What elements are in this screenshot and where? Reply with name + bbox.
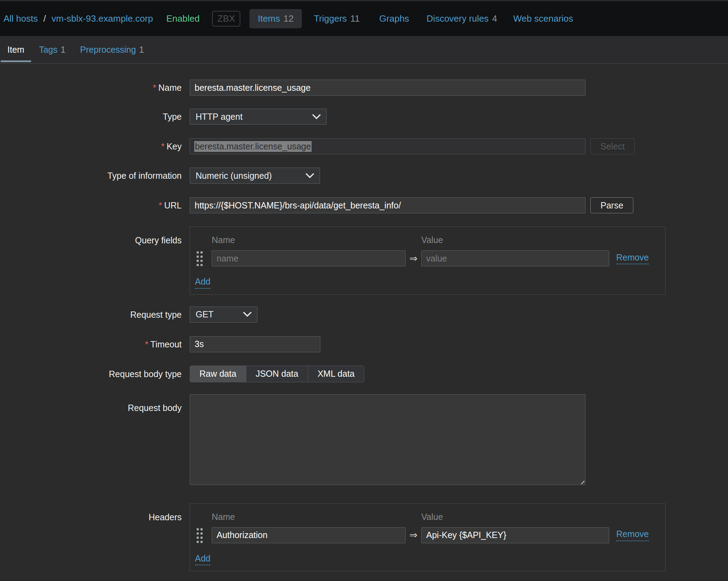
nav-item-discovery-count: 4 — [492, 13, 497, 24]
query-fields-label: Query fields — [0, 227, 182, 248]
header-remove-link[interactable]: Remove — [616, 529, 649, 541]
tab-tags-label: Tags — [39, 45, 58, 55]
chevron-down-icon — [243, 312, 252, 317]
request-body-textarea[interactable] — [190, 394, 585, 485]
nav-item-discovery-rules[interactable]: Discovery rules4 — [427, 13, 497, 24]
request-body-row: Request body — [0, 394, 728, 487]
timeout-label: *Timeout — [0, 336, 182, 352]
type-of-information-row: Type of information Numeric (unsigned) — [0, 168, 728, 184]
request-type-select[interactable]: GET — [190, 307, 257, 323]
tab-preprocessing-label: Preprocessing — [80, 45, 136, 55]
item-edit-form: *Name Type HTTP agent *Key beresta.maste… — [0, 64, 728, 571]
type-of-information-value: Numeric (unsigned) — [196, 171, 272, 181]
tab-preprocessing[interactable]: Preprocessing1 — [73, 36, 151, 63]
nav-item-triggers[interactable]: Triggers11 — [314, 13, 359, 24]
segment-xml-data[interactable]: XML data — [308, 366, 364, 382]
key-row: *Key beresta.master.license_usage Select — [0, 138, 728, 154]
query-field-add-link[interactable]: Add — [195, 277, 210, 289]
timeout-row: *Timeout — [0, 336, 728, 352]
request-body-type-segmented-control: Raw data JSON data XML data — [190, 366, 364, 382]
nav-item-web-scenarios[interactable]: Web scenarios — [513, 13, 573, 24]
timeout-input[interactable] — [190, 336, 320, 352]
request-body-label: Request body — [0, 394, 182, 416]
headers-box: Name Value ⇒ — [190, 503, 665, 572]
nav-item-graphs-label: Graphs — [379, 13, 409, 24]
url-parse-button[interactable]: Parse — [590, 197, 633, 213]
segment-json-data[interactable]: JSON data — [246, 366, 308, 382]
url-label: *URL — [0, 197, 182, 213]
segment-raw-data[interactable]: Raw data — [190, 366, 246, 382]
key-input[interactable]: beresta.master.license_usage — [190, 138, 585, 154]
query-fields-row: Query fields Name Value — [0, 227, 728, 295]
query-field-value-input[interactable] — [421, 250, 609, 266]
breadcrumb-separator: / — [43, 13, 46, 24]
nav-item-items[interactable]: Items12 — [249, 9, 302, 28]
request-type-row: Request type GET — [0, 307, 728, 323]
header-add-link[interactable]: Add — [195, 554, 210, 566]
url-row: *URL Parse — [0, 197, 728, 213]
request-type-label: Request type — [0, 307, 182, 323]
headers-value-column-header: Value — [421, 509, 609, 524]
tab-item[interactable]: Item — [0, 36, 32, 63]
headers-row: Headers Name Value — [0, 503, 728, 572]
query-field-remove-link[interactable]: Remove — [616, 253, 649, 265]
query-field-name-input[interactable] — [212, 250, 406, 266]
url-input[interactable] — [190, 197, 585, 213]
query-field-pair-row: ⇒ Remove — [195, 250, 658, 267]
nav-item-items-label: Items — [258, 13, 280, 24]
type-of-information-label: Type of information — [0, 168, 182, 184]
item-form-tabs: Item Tags1 Preprocessing1 — [0, 36, 728, 64]
active-tab-underline — [1, 60, 31, 62]
drag-handle-icon[interactable] — [196, 250, 204, 267]
nav-item-triggers-label: Triggers — [314, 13, 347, 24]
request-type-value: GET — [196, 309, 213, 319]
name-row: *Name — [0, 80, 728, 96]
host-status-badge: Enabled — [166, 13, 199, 24]
nav-item-triggers-count: 11 — [350, 13, 360, 24]
breadcrumb-all-hosts-link[interactable]: All hosts — [3, 13, 38, 24]
pair-arrow: ⇒ — [406, 529, 421, 541]
nav-item-discovery-label: Discovery rules — [427, 13, 489, 24]
required-asterisk: * — [145, 339, 148, 349]
headers-header: Name Value — [195, 509, 658, 524]
chevron-down-icon — [306, 173, 314, 178]
request-body-type-row: Request body type Raw data JSON data XML… — [0, 366, 728, 382]
type-select-value: HTTP agent — [196, 112, 242, 122]
type-label: Type — [0, 109, 182, 125]
query-fields-value-column-header: Value — [421, 233, 609, 247]
headers-label: Headers — [0, 503, 182, 525]
type-of-information-select[interactable]: Numeric (unsigned) — [190, 168, 320, 184]
type-select[interactable]: HTTP agent — [190, 109, 327, 125]
chevron-down-icon — [312, 114, 321, 119]
tab-tags-count: 1 — [60, 45, 65, 55]
header-value-input[interactable] — [421, 527, 609, 543]
breadcrumb-host-link[interactable]: vm-sblx-93.example.corp — [52, 13, 153, 24]
nav-item-web-label: Web scenarios — [513, 13, 573, 24]
type-row: Type HTTP agent — [0, 109, 728, 125]
name-label: *Name — [0, 80, 182, 96]
query-fields-header: Name Value — [195, 233, 658, 247]
nav-item-graphs[interactable]: Graphs — [379, 13, 409, 24]
tab-item-label: Item — [7, 45, 24, 55]
query-fields-box: Name Value ⇒ — [190, 227, 665, 295]
name-input[interactable] — [190, 80, 585, 96]
nav-item-items-count: 12 — [284, 13, 294, 24]
key-label: *Key — [0, 138, 182, 154]
query-fields-name-column-header: Name — [212, 233, 406, 247]
required-asterisk: * — [161, 141, 165, 151]
headers-name-column-header: Name — [212, 509, 406, 524]
drag-handle-icon[interactable] — [196, 527, 204, 544]
header-pair-row: ⇒ Remove — [195, 527, 658, 544]
key-selected-text: beresta.master.license_usage — [194, 141, 312, 152]
request-body-type-label: Request body type — [0, 366, 182, 382]
zbx-availability-badge: ZBX — [212, 11, 240, 27]
host-navigation-bar: All hosts / vm-sblx-93.example.corp Enab… — [0, 1, 728, 36]
key-select-button[interactable]: Select — [590, 138, 635, 154]
required-asterisk: * — [159, 200, 162, 210]
header-name-input[interactable] — [212, 527, 406, 543]
tab-preprocessing-count: 1 — [139, 45, 144, 55]
tab-tags[interactable]: Tags1 — [32, 36, 73, 63]
required-asterisk: * — [153, 83, 156, 93]
pair-arrow: ⇒ — [406, 253, 421, 264]
